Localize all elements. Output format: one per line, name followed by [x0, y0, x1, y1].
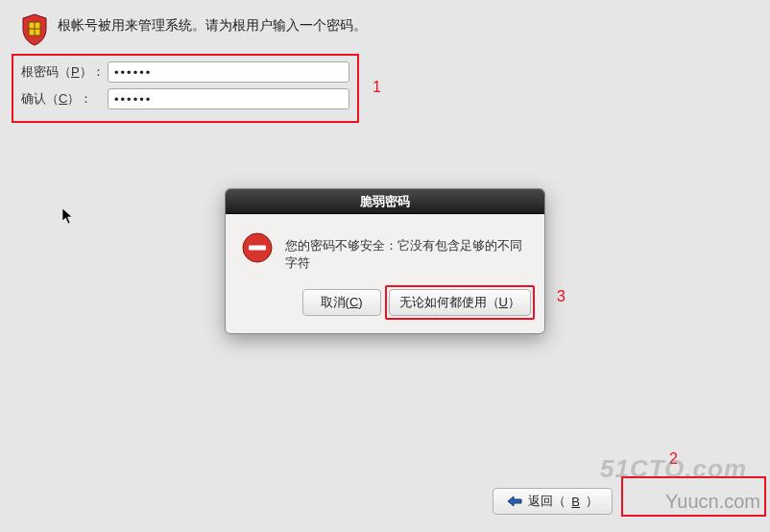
error-icon: [241, 231, 274, 264]
root-password-input[interactable]: [108, 61, 349, 83]
svg-rect-2: [249, 246, 266, 251]
dialog-body: 您的密码不够安全：它没有包含足够的不同字符: [226, 214, 544, 278]
dialog-title: 脆弱密码: [226, 189, 544, 214]
header-description: 根帐号被用来管理系统。请为根用户输入一个密码。: [58, 13, 367, 35]
confirm-password-input[interactable]: [108, 88, 349, 109]
confirm-password-row: 确认（C）：: [21, 88, 349, 109]
cancel-button[interactable]: 取消(C): [302, 289, 381, 316]
watermark-51cto: 51CTO.com: [600, 454, 747, 484]
annotation-3: 3: [557, 288, 565, 305]
password-section-highlight: 根密码（P）： 确认（C）：: [12, 54, 359, 123]
use-anyway-button[interactable]: 无论如何都使用（U）: [389, 289, 531, 316]
back-button[interactable]: 返回（B）: [493, 488, 613, 515]
dialog-button-row: 取消(C) 无论如何都使用（U）: [226, 278, 544, 333]
mouse-cursor-icon: [61, 207, 75, 225]
watermark-yuucn: Yuucn.com: [665, 491, 760, 513]
use-anyway-highlight: 无论如何都使用（U）: [385, 285, 535, 320]
weak-password-dialog: 脆弱密码 您的密码不够安全：它没有包含足够的不同字符 取消(C) 无论如何都使用…: [225, 188, 545, 334]
confirm-password-label: 确认（C）：: [21, 90, 108, 108]
page-header: 根帐号被用来管理系统。请为根用户输入一个密码。: [0, 0, 770, 56]
shield-icon: [21, 13, 48, 46]
dialog-message: 您的密码不够安全：它没有包含足够的不同字符: [285, 231, 529, 272]
arrow-left-icon: [507, 496, 522, 507]
root-password-label: 根密码（P）：: [21, 63, 108, 81]
annotation-1: 1: [373, 79, 381, 96]
root-password-row: 根密码（P）：: [21, 61, 349, 83]
